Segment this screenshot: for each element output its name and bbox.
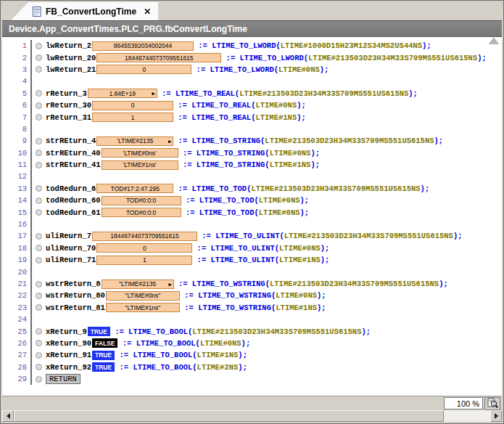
statement[interactable]: RETURN — [46, 374, 80, 384]
inline-value-box[interactable]: 1 — [96, 256, 192, 265]
ltime-literal: LTIME#0NS — [259, 208, 300, 217]
statement[interactable]: lwReturn_2018446744073709551615 := LTIME… — [46, 53, 487, 62]
breakpoint-bullet[interactable] — [36, 245, 42, 251]
zoom-level[interactable]: 100 % — [444, 397, 483, 409]
close-paren-semicolon: ); — [439, 280, 448, 288]
breakpoint-bullet[interactable] — [36, 281, 42, 288]
code-editor[interactable]: 1lwReturn_286455392034002044 := LTIME_TO… — [2, 37, 502, 396]
inline-bool-value[interactable]: TRUE — [88, 327, 110, 336]
inline-value-box[interactable]: "LTIME#2135▶ — [102, 280, 174, 289]
code-line: 12 — [2, 171, 502, 182]
statement[interactable]: todRedurn_61TOD#0:0:0 := LTIME_TO_TOD(LT… — [46, 208, 309, 217]
statement[interactable]: todRedurn_60TOD#0:0:0 := LTIME_TO_TOD(LT… — [46, 196, 309, 205]
inline-value-box[interactable]: 'LTIME#1ns' — [102, 160, 178, 170]
function-name: LTIME_TO_WSTRING — [198, 291, 271, 300]
code-line: 4 — [2, 76, 502, 87]
breakpoint-bullet[interactable] — [36, 209, 42, 216]
inline-value-box[interactable]: 18446744073709551615 — [92, 232, 197, 241]
inline-value-box[interactable]: 1 — [92, 113, 173, 122]
breakpoint-bullet[interactable] — [36, 376, 42, 383]
horizontal-scrollbar[interactable] — [2, 410, 502, 422]
code-line: 19uliReurn_711 := LTIME_TO_ULINT(LTIME#1… — [2, 254, 502, 266]
breakpoint-bullet[interactable] — [36, 233, 42, 240]
inline-bool-value[interactable]: TRUE — [92, 362, 115, 372]
breakpoint-bullet[interactable] — [36, 328, 42, 335]
tab-title: FB_ConvertLongTime — [46, 7, 136, 17]
breakpoint-bullet[interactable] — [36, 43, 42, 49]
breakpoint-bullet[interactable] — [36, 185, 42, 192]
inline-value-box[interactable]: TOD#17:2:47.295 — [96, 184, 173, 193]
breakpoint-bullet[interactable] — [36, 257, 42, 264]
tab-fb-convertlongtime[interactable]: FB_ConvertLongTime ✕ — [11, 2, 158, 20]
split-handle-icon[interactable] — [489, 38, 499, 44]
breakpoint-bullet[interactable] — [36, 197, 42, 204]
inline-value-box[interactable]: TOD#0:0:0 — [102, 208, 181, 217]
statement[interactable]: uliReurn_711 := LTIME_TO_ULINT(LTIME#1NS… — [46, 256, 329, 265]
line-number: 24 — [2, 314, 32, 325]
inline-value-box[interactable]: 'LTIME#0ns' — [102, 148, 178, 158]
inline-bool-value[interactable]: TRUE — [92, 351, 115, 360]
statement[interactable]: wstrReturn_80"LTIME#0ns" := LTIME_TO_WST… — [46, 291, 326, 301]
statement[interactable]: xReturn_91TRUE := LTIME_TO_BOOL(LTIME#1N… — [46, 351, 247, 360]
scroll-right-button[interactable] — [490, 410, 502, 422]
statement[interactable]: wstrReturn_81"LTIME#1ns" := LTIME_TO_WST… — [46, 303, 326, 312]
ltime-literal: LTIME#1NS — [255, 113, 297, 122]
statement[interactable]: strREturn_41'LTIME#1ns' := LTIME_TO_STRI… — [46, 160, 320, 170]
statement[interactable]: todRedurn_6TOD#17:2:47.295 := LTIME_TO_T… — [46, 184, 429, 193]
breakpoint-bullet[interactable] — [36, 352, 42, 359]
line-number: 29 — [2, 373, 32, 385]
magnifier-button[interactable] — [484, 397, 500, 410]
statement[interactable]: lwReturn_286455392034002044 := LTIME_TO_… — [46, 41, 431, 51]
inline-value-box[interactable]: 1.84E+19▶ — [88, 89, 157, 98]
inline-value-box[interactable]: 18446744073709551615 — [96, 53, 221, 62]
breakpoint-bullet[interactable] — [36, 102, 42, 109]
inline-value-box[interactable]: 'LTIME#2135▶ — [96, 136, 173, 146]
scrollbar-thumb[interactable] — [14, 410, 444, 422]
ltime-literal: LTIME#213503D23H34M33S709MS551US615NS — [265, 136, 434, 145]
gutter-cell — [32, 90, 46, 97]
breakpoint-bullet[interactable] — [36, 66, 42, 73]
breakpoint-bullet[interactable] — [36, 114, 42, 121]
expand-arrow-icon[interactable]: ▶ — [168, 138, 171, 146]
inline-value-box[interactable]: "LTIME#0ns" — [106, 291, 180, 301]
expand-arrow-icon[interactable]: ▶ — [152, 90, 155, 98]
statement[interactable]: uliReurn_718446744073709551615 := LTIME_… — [46, 232, 463, 241]
scroll-left-button[interactable] — [2, 410, 14, 422]
statement[interactable]: xReturn_9TRUE := LTIME_TO_BOOL(LTIME#213… — [46, 327, 371, 336]
inline-value-box[interactable]: "LTIME#1ns" — [106, 303, 180, 312]
assign-operator: := — [180, 291, 198, 300]
breakpoint-bullet[interactable] — [36, 138, 42, 144]
breakpoint-bullet[interactable] — [36, 54, 42, 61]
statement[interactable]: rReturn_311 := LTIME_TO_REAL(LTIME#1NS); — [46, 113, 306, 122]
assign-operator: := — [180, 303, 198, 312]
breakpoint-bullet[interactable] — [36, 304, 42, 311]
close-paren-semicolon: ); — [422, 41, 431, 50]
inline-value-box[interactable]: 0 — [92, 101, 173, 110]
statement[interactable]: strREturn_40'LTIME#0ns' := LTIME_TO_STRI… — [46, 148, 320, 158]
function-name: LTIME_TO_REAL — [191, 101, 251, 110]
breakpoint-bullet[interactable] — [36, 162, 42, 168]
breakpoint-bullet[interactable] — [36, 340, 42, 346]
breakpoint-bullet[interactable] — [36, 150, 42, 156]
statement[interactable]: rReturn_31.84E+19▶ := LTIME_TO_REAL(LTIM… — [46, 89, 418, 98]
statement[interactable]: lwReturn_210 := LTIME_TO_LWORD(LTIME#0NS… — [46, 65, 329, 74]
inline-value-box[interactable]: 86455392034002044 — [92, 41, 194, 51]
close-icon[interactable]: ✕ — [144, 7, 151, 17]
scrollbar-track[interactable] — [444, 410, 490, 422]
variable-name: lwReturn_21 — [46, 65, 96, 74]
breakpoint-bullet[interactable] — [36, 90, 42, 97]
breakpoint-bullet[interactable] — [36, 364, 42, 370]
inline-bool-value[interactable]: FALSE — [92, 338, 117, 348]
inline-value-box[interactable]: TOD#0:0:0 — [102, 196, 181, 205]
monitored-value: "LTIME#1ns" — [125, 304, 160, 311]
expand-arrow-icon[interactable]: ▶ — [168, 281, 171, 289]
statement[interactable]: xReturn_92TRUE := LTIME_TO_BOOL(LTIME#2N… — [46, 362, 247, 372]
statement[interactable]: wstrReturn_8"LTIME#2135▶ := LTIME_TO_WST… — [46, 280, 448, 289]
breakpoint-bullet[interactable] — [36, 293, 42, 299]
inline-value-box[interactable]: 0 — [96, 65, 191, 74]
statement[interactable]: strREturn_4'LTIME#2135▶ := LTIME_TO_STRI… — [46, 136, 443, 146]
statement[interactable]: rReturn_300 := LTIME_TO_REAL(LTIME#0NS); — [46, 101, 306, 110]
statement[interactable]: uliReurn_700 := LTIME_TO_ULINT(LTIME#0NS… — [46, 243, 329, 253]
statement[interactable]: xReturn_90FALSE := LTIME_TO_BOOL(LTIME#0… — [46, 338, 250, 348]
inline-value-box[interactable]: 0 — [96, 243, 192, 253]
